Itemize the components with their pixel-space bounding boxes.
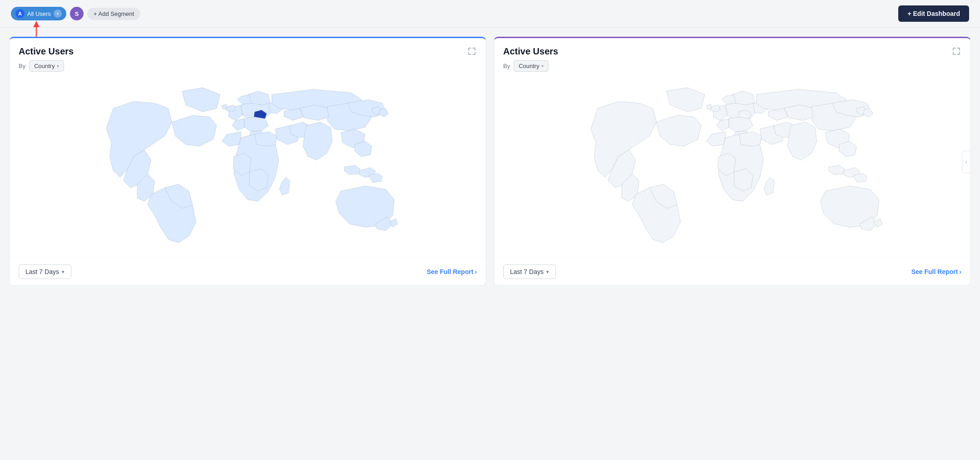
segment-s-avatar: S [70,7,84,20]
see-full-report-arrow-right: › [959,268,961,275]
last-days-label-left: Last 7 Days [25,268,59,275]
chevron-down-icon-days-right: ▾ [546,269,549,275]
collapse-handle[interactable]: ‹ [962,151,971,173]
last-days-label-right: Last 7 Days [510,268,544,275]
last-days-select-right[interactable]: Last 7 Days ▾ [503,264,556,279]
world-map-svg-left [14,81,481,253]
card-title-left: Active Users [19,46,74,57]
by-label-right: By [503,63,510,69]
chevron-down-icon-days-left: ▾ [62,269,64,275]
main-content: Active Users By Country ▾ [0,28,980,295]
last-days-select-left[interactable]: Last 7 Days ▾ [19,264,71,279]
expand-icon-left[interactable] [467,46,477,58]
all-users-chip[interactable]: A All Users × [11,7,66,20]
active-users-card-right: Active Users By Country ▾ [494,37,971,286]
chevron-down-icon-right: ▾ [541,64,544,69]
see-full-report-right[interactable]: See Full Report › [911,268,961,275]
edit-dashboard-button[interactable]: + Edit Dashboard [898,5,969,22]
world-map-svg-right [499,81,966,253]
map-container-right [494,76,970,258]
card-footer-left: Last 7 Days ▾ See Full Report › [10,258,486,285]
add-segment-button[interactable]: + Add Segment [87,8,140,20]
see-full-report-label-right: See Full Report [911,268,958,275]
by-label-left: By [19,63,25,69]
card-by-row-left: By Country ▾ [19,60,74,72]
map-container-left [10,76,486,258]
card-header-right: Active Users By Country ▾ [494,38,970,76]
see-full-report-left[interactable]: See Full Report › [427,268,477,275]
card-title-area-left: Active Users By Country ▾ [19,46,74,72]
card-title-right: Active Users [503,46,558,57]
country-select-left-label: Country [34,63,55,69]
country-select-right[interactable]: Country ▾ [514,60,549,72]
expand-icon-right[interactable] [951,46,961,58]
card-header-left: Active Users By Country ▾ [10,38,486,76]
all-users-close-icon[interactable]: × [54,10,62,18]
top-bar: A All Users × S + Add Segment + Edit Das… [0,0,980,28]
see-full-report-arrow-left: › [475,268,477,275]
country-select-left[interactable]: Country ▾ [29,60,64,72]
segments-area: A All Users × S + Add Segment [11,7,140,20]
see-full-report-label-left: See Full Report [427,268,474,275]
card-title-area-right: Active Users By Country ▾ [503,46,558,72]
all-users-label: All Users [27,10,51,17]
svg-marker-1 [33,21,40,27]
active-users-card-left: Active Users By Country ▾ [9,37,486,286]
all-users-avatar: A [15,9,25,18]
card-footer-right: Last 7 Days ▾ See Full Report › [494,258,970,285]
chevron-down-icon: ▾ [57,64,59,69]
country-select-right-label: Country [519,63,539,69]
card-by-row-right: By Country ▾ [503,60,558,72]
